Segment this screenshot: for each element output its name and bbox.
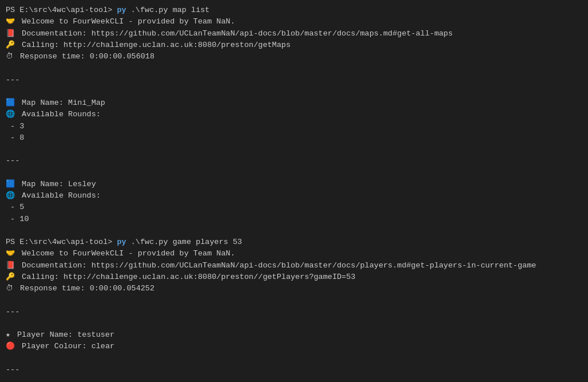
terminal-line: 📕 Documentation: https://github.com/UCLa… <box>6 28 582 40</box>
line-text: Documentation: https://github.com/UCLanT… <box>17 28 453 40</box>
line-text: Map Name: Lesley <box>17 179 96 190</box>
line-icon: 🟦 <box>6 179 15 190</box>
terminal-line <box>6 353 582 364</box>
terminal-line: 🌐 Available Rounds: <box>6 109 582 120</box>
terminal-line <box>6 294 582 306</box>
line-text: - 3 <box>6 121 24 132</box>
terminal-line <box>6 62 582 74</box>
line-text: Available Rounds: <box>17 109 101 120</box>
terminal-line: ⏱ Response time: 0:00:00.056018 <box>6 51 582 62</box>
line-text: Map Name: Mini_Map <box>17 97 105 109</box>
line-text: Available Rounds: <box>17 190 101 202</box>
terminal-line: 🔑 Calling: http://challenge.uclan.ac.uk:… <box>6 40 582 51</box>
line-text: Player Colour: clear <box>17 341 114 352</box>
terminal-line: - 10 <box>6 214 582 225</box>
terminal-line: 🌐 Available Rounds: <box>6 190 582 202</box>
terminal-line: - 5 <box>6 202 582 213</box>
terminal-line: 🟦 Map Name: Mini_Map <box>6 97 582 109</box>
line-text: - 5 <box>6 202 24 213</box>
terminal-line: --- <box>6 74 582 86</box>
terminal-line: PS E:\src\4wc\api-tool> py .\fwc.py map … <box>6 5 582 16</box>
line-icon: 🔑 <box>6 271 15 283</box>
separator: --- <box>6 74 19 86</box>
prompt: PS E:\src\4wc\api-tool> <box>6 5 117 16</box>
line-icon: 🌐 <box>6 190 15 202</box>
line-text: Calling: http://challenge.uclan.ac.uk:80… <box>17 271 355 283</box>
separator: --- <box>6 306 19 318</box>
terminal-line <box>6 318 582 329</box>
line-icon: 📕 <box>6 28 15 40</box>
terminal-line <box>6 167 582 179</box>
prompt: PS E:\src\4wc\api-tool> <box>6 237 117 248</box>
line-text: Response time: 0:00:00.056018 <box>15 51 154 62</box>
separator: --- <box>6 364 19 376</box>
terminal-line: ★ Player Name: testuser <box>6 329 582 341</box>
terminal-line: --- <box>6 306 582 318</box>
terminal-line <box>6 225 582 237</box>
py-cmd: py .\fwc.py map list <box>117 5 209 16</box>
separator: --- <box>6 155 19 167</box>
terminal: PS E:\src\4wc\api-tool> py .\fwc.py map … <box>6 5 582 382</box>
terminal-line: 🔴 Player Colour: clear <box>6 341 582 352</box>
line-icon: 🔑 <box>6 40 15 51</box>
line-icon: 🤝 <box>6 16 15 27</box>
terminal-line: 🟦 Map Name: Lesley <box>6 179 582 190</box>
line-text: Welcome to FourWeekCLI - provided by Tea… <box>17 16 235 27</box>
terminal-line: 🤝 Welcome to FourWeekCLI - provided by T… <box>6 248 582 259</box>
line-icon: 🌐 <box>6 109 15 120</box>
terminal-line: PS E:\src\4wc\api-tool> py .\fwc.py game… <box>6 237 582 248</box>
terminal-line <box>6 376 582 382</box>
terminal-line: ⏱ Response time: 0:00:00.054252 <box>6 283 582 294</box>
line-icon: 📕 <box>6 260 15 271</box>
line-icon: 🤝 <box>6 248 15 259</box>
line-text: Response time: 0:00:00.054252 <box>15 283 154 294</box>
line-icon: ⏱ <box>6 51 13 62</box>
line-text: Welcome to FourWeekCLI - provided by Tea… <box>17 248 235 259</box>
terminal-line: - 8 <box>6 132 582 144</box>
terminal-line: 🤝 Welcome to FourWeekCLI - provided by T… <box>6 16 582 27</box>
line-icon: ⏱ <box>6 283 13 294</box>
terminal-line: 🔑 Calling: http://challenge.uclan.ac.uk:… <box>6 271 582 283</box>
line-text: Documentation: https://github.com/UCLanT… <box>17 260 536 271</box>
terminal-line <box>6 86 582 97</box>
py-cmd: py .\fwc.py game players 53 <box>117 237 242 248</box>
terminal-line: --- <box>6 155 582 167</box>
terminal-line: 📕 Documentation: https://github.com/UCLa… <box>6 260 582 271</box>
line-text: - 10 <box>6 214 29 225</box>
line-icon: 🟦 <box>6 97 15 109</box>
line-icon: 🔴 <box>6 341 15 352</box>
line-text: Player Name: testuser <box>13 329 114 341</box>
line-text: - 8 <box>6 132 24 144</box>
line-icon: ★ <box>6 329 10 341</box>
line-text: Calling: http://challenge.uclan.ac.uk:80… <box>17 40 291 51</box>
terminal-line <box>6 144 582 155</box>
terminal-line: - 3 <box>6 121 582 132</box>
terminal-line: --- <box>6 364 582 376</box>
